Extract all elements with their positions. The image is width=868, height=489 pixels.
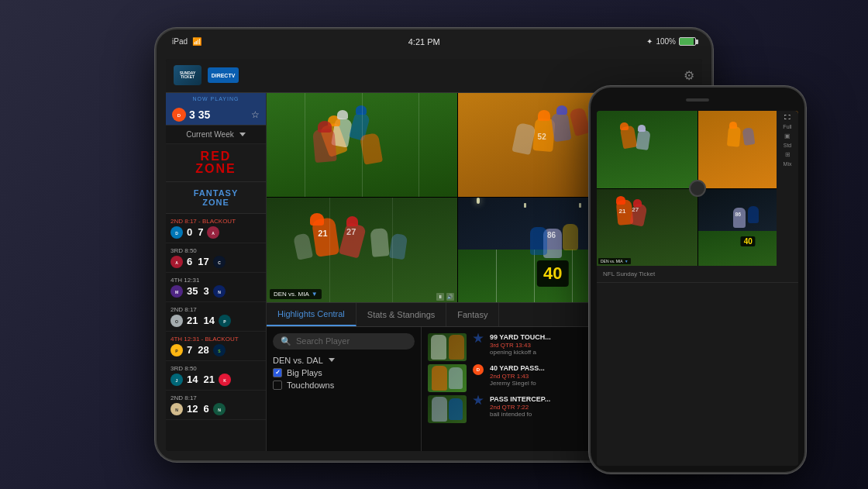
ipad-status-left: iPad 📶 bbox=[172, 37, 202, 46]
game-item-6[interactable]: 3RD 8:50 J 14 21 K bbox=[166, 361, 266, 391]
red-zone-banner[interactable]: RED ZONE bbox=[166, 144, 266, 182]
score-6: 3 bbox=[203, 285, 208, 297]
svg-text:J: J bbox=[176, 378, 178, 383]
game-item-4[interactable]: 2ND 8:17 O 21 14 P bbox=[166, 302, 266, 332]
team-badge-no: N bbox=[170, 403, 183, 415]
iphone-center-btn[interactable] bbox=[689, 180, 706, 197]
iphone-scoreboard: 40 bbox=[741, 236, 756, 246]
search-bar[interactable]: 🔍 Search Player bbox=[273, 333, 415, 350]
score-12: 21 bbox=[203, 374, 214, 385]
game-item-3[interactable]: 4TH 12:31 M 35 3 N bbox=[166, 273, 266, 302]
video-cell-1[interactable] bbox=[267, 93, 457, 198]
pause-btn[interactable]: ⏸ bbox=[436, 293, 444, 301]
svg-text:A: A bbox=[212, 231, 215, 236]
battery-icon bbox=[679, 37, 696, 46]
team-badge-pit: P bbox=[170, 344, 183, 356]
iphone-gamemix-opt[interactable]: ⊞ bbox=[778, 151, 797, 158]
score-13: 12 bbox=[187, 403, 198, 415]
volume-btn[interactable]: 🔊 bbox=[446, 293, 454, 301]
score-14: 6 bbox=[203, 403, 208, 415]
tab-stats[interactable]: Stats & Standings bbox=[356, 303, 446, 326]
team-badge-nyg: N bbox=[213, 285, 226, 298]
video-controls[interactable]: ⏸ 🔊 bbox=[436, 293, 454, 301]
team-badge-sea: S bbox=[213, 344, 226, 356]
svg-text:M: M bbox=[175, 290, 178, 294]
game-teams-4: O 21 14 P bbox=[170, 315, 261, 327]
game-teams-7: N 12 6 N bbox=[170, 403, 261, 415]
video-cell-3[interactable]: 21 27 bbox=[267, 198, 457, 302]
big-plays-checkbox[interactable]: ✓ bbox=[273, 368, 282, 377]
iphone-std-label: Std bbox=[784, 143, 792, 148]
ipad-time: 4:21 PM bbox=[408, 37, 440, 46]
score-7: 21 bbox=[187, 315, 198, 326]
wifi-icon: 📶 bbox=[192, 37, 202, 46]
score-11: 14 bbox=[187, 374, 198, 385]
game-status-6: 3RD 8:50 bbox=[170, 365, 261, 372]
battery-level: 100% bbox=[656, 37, 676, 46]
game-teams-3: M 35 3 N bbox=[170, 285, 261, 298]
current-week-btn[interactable]: Current Week bbox=[166, 126, 266, 144]
red-zone-text: RED bbox=[172, 150, 260, 163]
svg-text:K: K bbox=[223, 378, 226, 383]
score-9: 7 bbox=[187, 344, 192, 356]
game-teams-2: A 6 17 C bbox=[170, 256, 261, 268]
gear-icon[interactable]: ⚙ bbox=[684, 68, 694, 83]
iphone-speaker bbox=[686, 98, 709, 102]
iphone-fullscreen-opt[interactable]: ⛶ bbox=[778, 114, 797, 121]
iphone-cell-1[interactable] bbox=[597, 111, 698, 188]
iphone-video-section: 21 27 DEN vs. MIA ▼ 86 bbox=[597, 111, 798, 266]
team-badge-det: D bbox=[170, 226, 183, 239]
score-2: 7 bbox=[198, 226, 203, 238]
iphone-fullscreen-label: Full bbox=[783, 124, 791, 129]
red-zone-text2: ZONE bbox=[172, 163, 260, 175]
clip-thumb-2 bbox=[428, 364, 467, 392]
score-8: 14 bbox=[203, 315, 214, 326]
team-badge-jax: J bbox=[170, 374, 183, 386]
ipad-label: iPad bbox=[172, 37, 188, 46]
clip-thumb-1 bbox=[428, 333, 467, 361]
star-icon[interactable]: ☆ bbox=[251, 109, 260, 120]
touchdowns-checkbox[interactable] bbox=[273, 381, 282, 390]
svg-text:N: N bbox=[218, 290, 221, 294]
score-1: 0 bbox=[187, 226, 192, 238]
fantasy-text: FANTASY bbox=[172, 188, 260, 198]
game-item-2[interactable]: 3RD 8:50 A 6 17 C bbox=[166, 243, 266, 273]
fantasy-zone-banner[interactable]: FANTASY ZONE bbox=[166, 182, 266, 214]
search-icon: 🔍 bbox=[281, 336, 291, 346]
sidebar: NOW PLAYING D 3 35 ☆ Current Week RED bbox=[166, 93, 267, 451]
score-4: 17 bbox=[198, 256, 208, 267]
svg-text:N: N bbox=[218, 408, 221, 412]
current-week-label: Current Week bbox=[186, 130, 234, 139]
iphone-cell-3[interactable]: 21 27 DEN vs. MIA ▼ bbox=[597, 189, 698, 267]
iphone-view-options: ⛶ Full ▣ Std ⊞ Mix bbox=[777, 111, 798, 266]
team-badge-ari: A bbox=[207, 226, 219, 239]
iphone-standard-opt[interactable]: ▣ bbox=[778, 133, 797, 139]
game-status-5: 4TH 12:31 - BLACKOUT bbox=[170, 336, 261, 343]
featured-score1: 3 bbox=[189, 108, 195, 121]
tab-highlights[interactable]: Highlights Central bbox=[267, 303, 356, 326]
now-playing-bar: NOW PLAYING bbox=[166, 93, 266, 105]
game-filter-label: DEN vs. DAL bbox=[273, 356, 323, 365]
directv-logo: DIRECTV bbox=[208, 67, 239, 83]
score-10: 28 bbox=[198, 344, 208, 356]
iphone-mix-label: Mix bbox=[784, 161, 792, 167]
ipad-status-right: ✦ 100% bbox=[646, 37, 696, 46]
game-status-1: 2ND 8:17 - BLACKOUT bbox=[170, 218, 261, 225]
tab-fantasy[interactable]: Fantasy bbox=[446, 303, 499, 326]
iphone-device: 21 27 DEN vs. MIA ▼ 86 bbox=[589, 86, 806, 474]
scoreboard-40: 40 bbox=[537, 260, 568, 287]
clip-1-team-icon bbox=[473, 333, 484, 344]
game-item-1[interactable]: 2ND 8:17 - BLACKOUT D 0 7 A bbox=[166, 214, 266, 243]
clip-thumb-3 bbox=[428, 395, 467, 423]
filter-row-touchdowns[interactable]: Touchdowns bbox=[273, 381, 415, 390]
zone-text: ZONE bbox=[172, 198, 260, 207]
video-cell-3-label[interactable]: DEN vs. MIA ▼ bbox=[270, 289, 322, 299]
game-filter-header[interactable]: DEN vs. DAL bbox=[273, 356, 415, 365]
game-teams-6: J 14 21 K bbox=[170, 374, 261, 386]
game-item-7[interactable]: 2ND 8:17 N 12 6 N bbox=[166, 391, 266, 420]
iphone-content-text: NFL Sunday Ticket bbox=[603, 270, 792, 277]
featured-score[interactable]: D 3 35 ☆ bbox=[166, 105, 266, 126]
game-item-5[interactable]: 4TH 12:31 - BLACKOUT P 7 28 S bbox=[166, 332, 266, 361]
filter-row-big-plays[interactable]: ✓ Big Plays bbox=[273, 368, 415, 377]
team-badge-kc: K bbox=[219, 374, 231, 386]
